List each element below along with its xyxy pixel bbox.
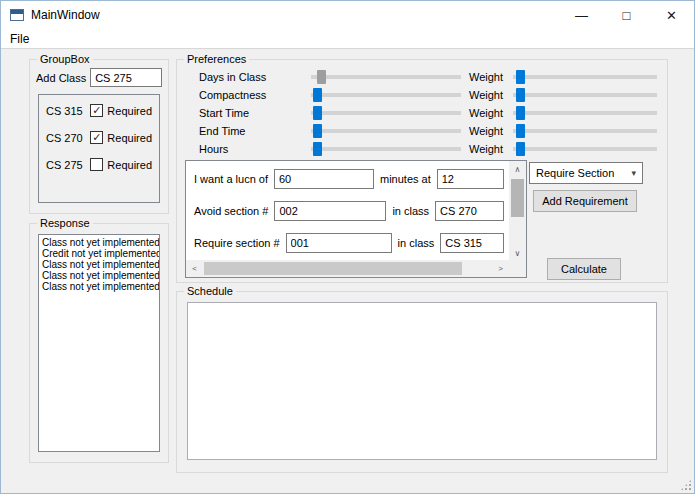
require-section-number-input[interactable] — [286, 233, 392, 253]
main-window: MainWindow — □ ✕ File GroupBox Add Class… — [0, 0, 695, 494]
response-message: Class not yet implemented — [42, 259, 156, 270]
avoid-section-number-input[interactable] — [274, 201, 386, 221]
slider-track — [513, 111, 657, 115]
scroll-down-icon[interactable]: ∨ — [509, 245, 526, 261]
calculate-button[interactable]: Calculate — [547, 258, 621, 280]
class-name: CS 275 — [46, 159, 83, 171]
pref-row-hours: Hours Weight — [199, 140, 657, 157]
lunch-minutes-input[interactable] — [274, 169, 374, 189]
horizontal-scroll-thumb[interactable] — [204, 262, 462, 275]
required-checkbox[interactable]: ✓ — [90, 131, 103, 144]
add-class-row: Add Class — [36, 68, 162, 87]
weight-label: Weight — [469, 143, 513, 155]
response-list[interactable]: Class not yet implemented Credit not yet… — [38, 234, 160, 452]
slider-thumb[interactable] — [516, 142, 525, 156]
preference-sliders: Days in Class Weight Compactness — [199, 68, 657, 158]
required-checkbox[interactable] — [90, 158, 103, 171]
req-text: in class — [398, 237, 435, 249]
response-message: Class not yet implemented — [42, 270, 156, 281]
slider-thumb[interactable] — [313, 142, 322, 156]
req-text: Require section # — [194, 237, 280, 249]
req-text: Avoid section # — [194, 205, 268, 217]
days-in-class-weight-slider[interactable] — [513, 70, 657, 84]
slider-thumb[interactable] — [516, 106, 525, 120]
required-checkbox[interactable]: ✓ — [90, 104, 103, 117]
slider-thumb[interactable] — [516, 124, 525, 138]
req-text: I want a lucn of — [194, 173, 268, 185]
slider-label: Hours — [199, 143, 311, 155]
scroll-up-icon[interactable]: ∧ — [509, 161, 526, 177]
vertical-scrollbar[interactable]: ∧ ∨ — [509, 161, 526, 261]
required-toggle: ✓ Required — [90, 131, 152, 144]
slider-track — [513, 75, 657, 79]
required-label: Required — [107, 159, 152, 171]
weight-label: Weight — [469, 125, 513, 137]
start-time-slider[interactable] — [311, 106, 461, 120]
response-group: Response Class not yet implemented Credi… — [29, 223, 169, 463]
slider-thumb[interactable] — [317, 70, 326, 84]
requirements-scroll-area: I want a lucn of minutes at Avoid sectio… — [185, 160, 527, 278]
slider-thumb[interactable] — [313, 124, 322, 138]
menu-file[interactable]: File — [1, 30, 38, 48]
pref-row-end-time: End Time Weight — [199, 122, 657, 139]
slider-track — [311, 111, 461, 115]
class-row: CS 270 ✓ Required — [46, 131, 152, 144]
schedule-group: Schedule — [176, 291, 668, 473]
class-row: CS 275 Required — [46, 158, 152, 171]
close-button[interactable]: ✕ — [649, 1, 694, 29]
slider-label: Compactness — [199, 89, 311, 101]
add-class-input[interactable] — [90, 68, 162, 87]
hours-slider[interactable] — [311, 142, 461, 156]
horizontal-scrollbar[interactable]: < > — [186, 260, 509, 277]
slider-thumb[interactable] — [516, 70, 525, 84]
compactness-slider[interactable] — [311, 88, 461, 102]
scroll-right-icon[interactable]: > — [492, 260, 509, 277]
scroll-left-icon[interactable]: < — [186, 260, 203, 277]
required-label: Required — [107, 105, 152, 117]
slider-thumb[interactable] — [313, 106, 322, 120]
title-bar: MainWindow — □ ✕ — [1, 1, 694, 29]
preferences-group: Preferences Days in Class Weight Compa — [176, 59, 668, 283]
compactness-weight-slider[interactable] — [513, 88, 657, 102]
slider-label: Days in Class — [199, 71, 311, 83]
required-toggle: ✓ Required — [90, 104, 152, 117]
req-text: minutes at — [380, 173, 431, 185]
chevron-down-icon: ▾ — [631, 168, 636, 178]
days-in-class-slider[interactable] — [311, 70, 461, 84]
slider-thumb[interactable] — [313, 88, 322, 102]
slider-label: End Time — [199, 125, 311, 137]
maximize-button[interactable]: □ — [604, 1, 649, 29]
weight-label: Weight — [469, 71, 513, 83]
class-list[interactable]: CS 315 ✓ Required CS 270 ✓ Required CS 2… — [38, 94, 160, 203]
slider-thumb[interactable] — [516, 88, 525, 102]
resize-grip[interactable] — [680, 479, 692, 491]
schedule-output[interactable] — [187, 302, 657, 460]
class-name: CS 270 — [46, 132, 83, 144]
add-requirement-button[interactable]: Add Requirement — [533, 190, 637, 212]
slider-track — [513, 129, 657, 133]
slider-track — [311, 129, 461, 133]
pref-row-start-time: Start Time Weight — [199, 104, 657, 121]
required-toggle: Required — [90, 158, 152, 171]
pref-row-days-in-class: Days in Class Weight — [199, 68, 657, 85]
end-time-slider[interactable] — [311, 124, 461, 138]
slider-track — [513, 147, 657, 151]
window-controls: — □ ✕ — [559, 1, 694, 29]
groupbox-title: GroupBox — [37, 53, 93, 65]
require-class-input[interactable] — [440, 233, 504, 253]
requirement-type-dropdown[interactable]: Require Section ▾ — [529, 162, 643, 184]
lunch-time-input[interactable] — [437, 169, 504, 189]
weight-label: Weight — [469, 89, 513, 101]
response-message: Class not yet implemented — [42, 237, 156, 248]
weight-label: Weight — [469, 107, 513, 119]
avoid-class-input[interactable] — [435, 201, 504, 221]
vertical-scroll-thumb[interactable] — [511, 179, 524, 217]
slider-track — [311, 147, 461, 151]
hours-weight-slider[interactable] — [513, 142, 657, 156]
end-time-weight-slider[interactable] — [513, 124, 657, 138]
content-area: GroupBox Add Class CS 315 ✓ Required CS … — [1, 49, 694, 493]
lunch-requirement-row: I want a lucn of minutes at — [194, 169, 504, 189]
start-time-weight-slider[interactable] — [513, 106, 657, 120]
scrollbar-corner — [509, 260, 526, 277]
minimize-button[interactable]: — — [559, 1, 604, 29]
